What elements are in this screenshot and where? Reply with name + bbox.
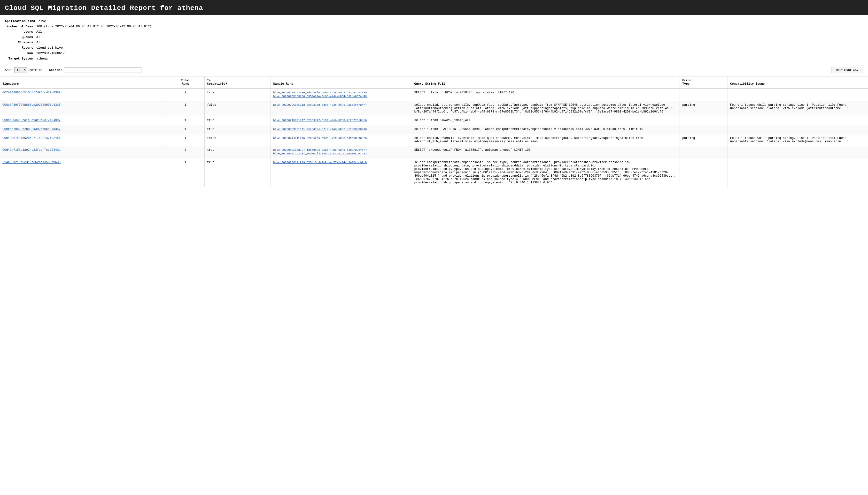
cell-sample-runs: hive_20220715021717_62789c42-3132-44eb-9… [271, 116, 412, 125]
sample-run-link[interactable]: hive_20220715021717_62789c42-3132-44eb-9… [273, 119, 409, 122]
cell-signature[interactable]: 014b061219a0e319c362bfd3539a9639 [0, 158, 166, 187]
meta-value: athena [36, 56, 48, 62]
page-header: Cloud SQL Migration Detailed Report for … [0, 0, 868, 15]
cell-is-compatible: true [204, 146, 271, 158]
col-compatible: IsCompatible? [204, 76, 271, 88]
results-table: Signature TotalRuns IsCompatible? Sample… [0, 76, 868, 187]
cell-query-string: SELECT `claimid` FROM `ai035817`.`app_cl… [412, 88, 680, 101]
cell-is-compatible: true [204, 158, 271, 187]
cell-error-type: parsing [680, 134, 728, 146]
signature-link[interactable]: 008c3f89f374b8b8cc201628900c43c5 [2, 103, 164, 107]
search-label: Search: [49, 68, 62, 72]
cell-query-string: select * from SYNAPSE_19545_AFT [412, 116, 680, 125]
show-entries-select[interactable]: 102550100 [14, 67, 27, 73]
sample-run-link[interactable]: hive_20220629031111_aec0d13e-0742-41ad-b… [273, 127, 409, 131]
sample-run-link[interactable]: hive_20220621153737_186c9b96-222c-488e-9… [273, 148, 409, 151]
cell-total-runs: 1 [166, 116, 204, 125]
meta-value: 100 (from 2022-05-04 06:06:41 UTC to 202… [36, 24, 152, 29]
sample-run-link[interactable]: hive_20220708141919_655ff5e9-7b9a-4a57-b… [273, 161, 409, 164]
cell-signature[interactable]: 007bf480813651655f7d94bcd77d8389 [0, 88, 166, 101]
cell-total-runs: 1 [166, 134, 204, 146]
table-row: 007bf480813651655f7d94bcd77d83892truehiv… [0, 88, 868, 101]
table-header: Signature TotalRuns IsCompatible? Sample… [0, 76, 868, 88]
cell-signature[interactable]: 009a620c413ea1c8c6af9f9c77404997 [0, 116, 166, 125]
table-row: 009fbc7cc2062bd32d392f60aa34b3571truehiv… [0, 125, 868, 134]
meta-label: Report: [5, 45, 36, 51]
meta-row: Application Kind:hive [5, 19, 863, 24]
cell-is-compatible: false [204, 101, 271, 116]
col-compat-issue: Compatibility Issue [727, 76, 868, 88]
table-body: 007bf480813651655f7d94bcd77d83892truehiv… [0, 88, 868, 187]
cell-query-string: select * from HEALTHEINT_289646_demo_2 w… [412, 125, 680, 134]
col-error-type: ErrorType [680, 76, 728, 88]
cell-query-string: select empiid, eventid, eventdate, meas.… [412, 134, 680, 146]
table-row: 009a620c413ea1c8c6af9f9c774049971truehiv… [0, 116, 868, 125]
meta-label: Application Kind: [5, 19, 38, 24]
cell-is-compatible: true [204, 88, 271, 101]
table-header-row: Signature TotalRuns IsCompatible? Sample… [0, 76, 868, 88]
meta-row: Run:20220812T060617 [5, 51, 863, 56]
cell-error-type [680, 158, 728, 187]
meta-row: Number of Days:100 (from 2022-05-04 06:0… [5, 24, 863, 29]
meta-label: Clusters: [5, 40, 36, 45]
cell-error-type: parsing [680, 101, 728, 116]
cell-signature[interactable]: 008c3f89f374b8b8cc201628900c43c5 [0, 101, 166, 116]
cell-error-type [680, 125, 728, 134]
cell-signature[interactable]: 00d49a7153d1ae24b23fdeffcc9234dd [0, 146, 166, 158]
cell-compat-issue [727, 88, 868, 101]
cell-compat-issue [727, 146, 868, 158]
cell-sample-runs: hive_20220705163636_7d698ef6-d0e2-4428-9… [271, 88, 412, 101]
sample-run-link[interactable]: hive_20220714011616_32b662bc-e93d-471f-a… [273, 136, 409, 140]
cell-error-type [680, 88, 728, 101]
cell-compat-issue [727, 125, 868, 134]
cell-error-type [680, 116, 728, 125]
col-sample-runs: Sample Runs [271, 76, 412, 88]
search-input[interactable] [64, 67, 142, 73]
cell-error-type [680, 146, 728, 158]
controls-left: Show 102550100 entries Search: [5, 67, 142, 73]
meta-row: Queues:All [5, 35, 863, 40]
cell-query-string: SELECT `procedureuid` FROM `ai035817`.`a… [412, 146, 680, 158]
cell-signature[interactable]: 009fbc7cc2062bd32d392f60aa34b357 [0, 125, 166, 134]
signature-link[interactable]: 009a620c413ea1c8c6af9f9c77404997 [2, 119, 164, 122]
cell-signature[interactable]: 00c49dc7a0fa02c62717b98737f82456 [0, 134, 166, 146]
meta-value: All [36, 35, 42, 40]
cell-total-runs: 1 [166, 101, 204, 116]
signature-link[interactable]: 009fbc7cc2062bd32d392f60aa34b357 [2, 127, 164, 131]
cell-sample-runs: hive_20220621153737_186c9b96-222c-488e-9… [271, 146, 412, 158]
cell-is-compatible: true [204, 125, 271, 134]
entries-label: entries [29, 68, 43, 72]
cell-compat-issue: Found 1 issues while parsing string. Lin… [727, 101, 868, 116]
sample-run-link[interactable]: hive_20220706061313_6c03c3d8-5d9d-47cf-8… [273, 103, 409, 106]
cell-is-compatible: false [204, 134, 271, 146]
sample-run-link[interactable]: hive_20220621153737_70da04f8-a3ad-4ccc-9… [273, 152, 409, 155]
sample-run-link[interactable]: hive_20220705163636_7d698ef6-d0e2-4428-9… [273, 91, 409, 94]
meta-row: Users:All [5, 29, 863, 35]
sample-run-link[interactable]: hive_20220705163636_0352a89a-0c66-444a-b… [273, 95, 409, 98]
cell-total-runs: 1 [166, 125, 204, 134]
meta-label: Run: [5, 51, 36, 56]
meta-value: hive [38, 19, 46, 24]
meta-row: Target System:athena [5, 56, 863, 62]
meta-value: 20220812T060617 [36, 51, 65, 56]
table-row: 014b061219a0e319c362bfd3539a96391truehiv… [0, 158, 868, 187]
signature-link[interactable]: 00d49a7153d1ae24b23fdeffcc9234dd [2, 148, 164, 152]
cell-query-string: select empiid, att.personnelId, supData.… [412, 101, 680, 116]
cell-sample-runs: hive_20220629031111_aec0d13e-0742-41ad-b… [271, 125, 412, 134]
meta-label: Queues: [5, 35, 36, 40]
signature-link[interactable]: 00c49dc7a0fa02c62717b98737f82456 [2, 136, 164, 140]
cell-sample-runs: hive_20220708141919_655ff5e9-7b9a-4a57-b… [271, 158, 412, 187]
signature-link[interactable]: 007bf480813651655f7d94bcd77d8389 [2, 91, 164, 95]
meta-value: cloud-sql-hive [36, 45, 63, 51]
cell-query-string: select empipersonmetadata.empipersonid, … [412, 158, 680, 187]
download-csv-button[interactable]: Download CSV [831, 67, 863, 73]
meta-label: Users: [5, 29, 36, 35]
meta-label: Number of Days: [5, 24, 36, 29]
cell-compat-issue [727, 116, 868, 125]
signature-link[interactable]: 014b061219a0e319c362bfd3539a9639 [2, 161, 164, 164]
page-title: Cloud SQL Migration Detailed Report for … [5, 4, 863, 12]
meta-row: Clusters:All [5, 40, 863, 45]
cell-total-runs: 2 [166, 88, 204, 101]
cell-total-runs: 2 [166, 146, 204, 158]
show-label: Show [5, 68, 12, 72]
